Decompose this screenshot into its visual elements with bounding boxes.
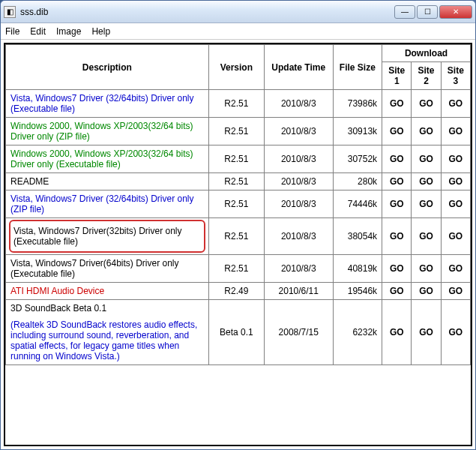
go-link[interactable]: GO bbox=[419, 154, 433, 164]
file-size-cell: 280k bbox=[333, 173, 382, 190]
go-cell-site1: GO bbox=[382, 218, 412, 255]
header-download: Download bbox=[382, 45, 471, 62]
header-version: Version bbox=[208, 45, 264, 90]
menu-file[interactable]: File bbox=[5, 26, 19, 37]
go-link[interactable]: GO bbox=[448, 231, 463, 242]
go-cell-site1: GO bbox=[382, 118, 412, 146]
description-cell: Vista, Windows7 Driver (32/64bits) Drive… bbox=[6, 190, 209, 218]
table-row: Windows 2000, Windows XP/2003(32/64 bits… bbox=[6, 118, 471, 146]
go-cell-site3: GO bbox=[441, 146, 470, 173]
maximize-button[interactable]: ☐ bbox=[417, 5, 438, 19]
go-link[interactable]: GO bbox=[448, 126, 463, 136]
go-link[interactable]: GO bbox=[448, 98, 463, 109]
file-size-cell: 73986k bbox=[333, 90, 382, 118]
description-cell: ATI HDMI Audio Device bbox=[6, 283, 209, 300]
go-cell-site3: GO bbox=[441, 300, 470, 365]
download-description-link[interactable]: Windows 2000, Windows XP/2003(32/64 bits… bbox=[10, 148, 193, 170]
go-link[interactable]: GO bbox=[419, 231, 433, 242]
version-cell: R2.51 bbox=[208, 190, 264, 218]
description-cell: Windows 2000, Windows XP/2003(32/64 bits… bbox=[6, 146, 209, 173]
go-link[interactable]: GO bbox=[419, 286, 433, 296]
go-link[interactable]: GO bbox=[448, 176, 463, 187]
table-row: Vista, Windows7 Driver(64bits) Driver on… bbox=[6, 255, 471, 283]
close-button[interactable]: ✕ bbox=[439, 5, 472, 19]
version-cell: R2.51 bbox=[208, 146, 264, 173]
go-link[interactable]: GO bbox=[390, 263, 404, 274]
go-link[interactable]: GO bbox=[390, 98, 404, 109]
go-link[interactable]: GO bbox=[390, 199, 404, 209]
table-body: Vista, Windows7 Driver (32/64bits) Drive… bbox=[6, 90, 471, 365]
go-cell-site3: GO bbox=[441, 255, 470, 283]
table-row: Windows 2000, Windows XP/2003(32/64 bits… bbox=[6, 146, 471, 173]
go-link[interactable]: GO bbox=[390, 286, 404, 296]
go-cell-site3: GO bbox=[441, 283, 470, 300]
header-description: Description bbox=[6, 45, 209, 90]
go-cell-site1: GO bbox=[382, 190, 412, 218]
go-cell-site2: GO bbox=[412, 283, 441, 300]
menu-edit[interactable]: Edit bbox=[30, 26, 46, 37]
description-cell: Windows 2000, Windows XP/2003(32/64 bits… bbox=[6, 118, 209, 146]
file-size-cell: 74446k bbox=[333, 190, 382, 218]
download-description-link[interactable]: Vista, Windows7 Driver(32bits) Driver on… bbox=[13, 226, 182, 247]
go-link[interactable]: GO bbox=[419, 263, 433, 274]
update-time-cell: 2010/8/3 bbox=[264, 146, 333, 173]
go-cell-site2: GO bbox=[412, 90, 441, 118]
update-time-cell: 2010/8/3 bbox=[264, 118, 333, 146]
menu-help[interactable]: Help bbox=[91, 26, 110, 37]
go-cell-site2: GO bbox=[412, 255, 441, 283]
header-file-size: File Size bbox=[333, 45, 382, 90]
version-cell: R2.49 bbox=[208, 283, 264, 300]
file-size-cell: 19546k bbox=[333, 283, 382, 300]
go-cell-site3: GO bbox=[441, 118, 470, 146]
go-cell-site1: GO bbox=[382, 90, 412, 118]
table-row: 3D SoundBack Beta 0.1(Realtek 3D SoundBa… bbox=[6, 300, 471, 365]
content-area: Description Version Update Time File Siz… bbox=[1, 40, 475, 449]
description-cell: Vista, Windows7 Driver(64bits) Driver on… bbox=[6, 255, 209, 283]
go-link[interactable]: GO bbox=[390, 154, 404, 164]
download-description-link[interactable]: Vista, Windows7 Driver(64bits) Driver on… bbox=[10, 258, 179, 279]
go-cell-site1: GO bbox=[382, 173, 412, 190]
table-row: Vista, Windows7 Driver (32/64bits) Drive… bbox=[6, 190, 471, 218]
header-site3: Site 3 bbox=[441, 62, 470, 90]
app-icon: ◧ bbox=[4, 6, 16, 18]
go-link[interactable]: GO bbox=[448, 327, 463, 338]
go-link[interactable]: GO bbox=[419, 176, 433, 187]
table-row: Vista, Windows7 Driver (32/64bits) Drive… bbox=[6, 90, 471, 118]
go-link[interactable]: GO bbox=[448, 263, 463, 274]
go-link[interactable]: GO bbox=[419, 126, 433, 136]
go-link[interactable]: GO bbox=[390, 176, 404, 187]
go-link[interactable]: GO bbox=[390, 327, 404, 338]
go-link[interactable]: GO bbox=[448, 154, 463, 164]
go-link[interactable]: GO bbox=[390, 126, 404, 136]
download-description-link[interactable]: 3D SoundBack Beta 0.1 bbox=[10, 303, 106, 314]
download-description-link[interactable]: Vista, Windows7 Driver (32/64bits) Drive… bbox=[10, 93, 194, 114]
file-size-cell: 30913k bbox=[333, 118, 382, 146]
menu-image[interactable]: Image bbox=[56, 26, 81, 37]
update-time-cell: 2010/8/3 bbox=[264, 218, 333, 255]
go-cell-site2: GO bbox=[412, 118, 441, 146]
go-cell-site2: GO bbox=[412, 146, 441, 173]
download-description-link[interactable]: Vista, Windows7 Driver (32/64bits) Drive… bbox=[10, 194, 194, 214]
file-size-cell: 30752k bbox=[333, 146, 382, 173]
titlebar[interactable]: ◧ sss.dib — ☐ ✕ bbox=[1, 1, 475, 23]
go-link[interactable]: GO bbox=[419, 98, 433, 109]
go-link[interactable]: GO bbox=[448, 286, 463, 296]
window-controls: — ☐ ✕ bbox=[394, 5, 472, 19]
download-description-link[interactable]: ATI HDMI Audio Device bbox=[10, 286, 104, 296]
version-cell: Beta 0.1 bbox=[208, 300, 264, 365]
file-size-cell: 40819k bbox=[333, 255, 382, 283]
go-link[interactable]: GO bbox=[419, 327, 433, 338]
download-description-link[interactable]: README bbox=[10, 176, 49, 187]
go-link[interactable]: GO bbox=[390, 231, 404, 242]
version-cell: R2.51 bbox=[208, 173, 264, 190]
table-frame: Description Version Update Time File Siz… bbox=[4, 43, 472, 446]
file-size-cell: 6232k bbox=[333, 300, 382, 365]
go-link[interactable]: GO bbox=[419, 199, 433, 209]
update-time-cell: 2010/8/3 bbox=[264, 90, 333, 118]
download-description-link[interactable]: Windows 2000, Windows XP/2003(32/64 bits… bbox=[10, 121, 193, 142]
go-link[interactable]: GO bbox=[448, 199, 463, 209]
minimize-button[interactable]: — bbox=[394, 5, 415, 19]
update-time-cell: 2008/7/15 bbox=[264, 300, 333, 365]
header-site1: Site 1 bbox=[382, 62, 412, 90]
description-subtext: (Realtek 3D SoundBack restores audio eff… bbox=[10, 320, 204, 362]
